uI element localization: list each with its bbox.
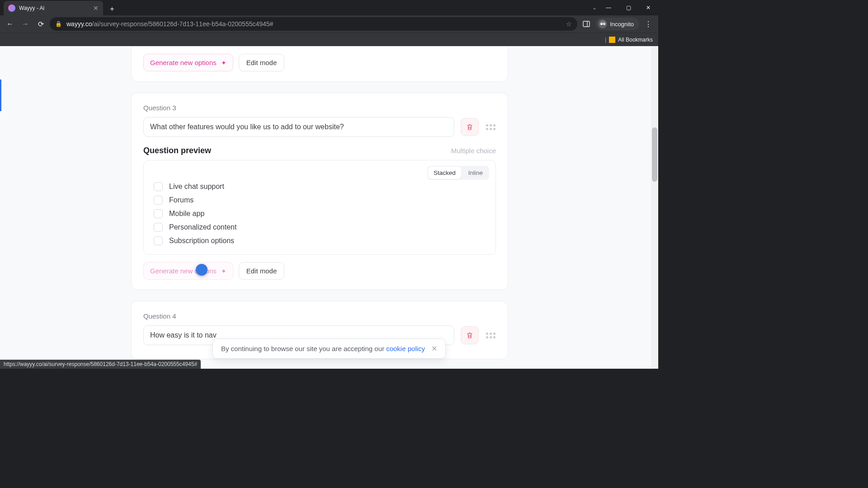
bookmark-star-icon[interactable]: ☆ (566, 20, 572, 28)
question-3-row (143, 117, 496, 137)
incognito-label: Incognito (610, 21, 634, 28)
sidebar-active-indicator (0, 80, 1, 111)
question-3-label: Question 3 (143, 104, 496, 112)
nav-reload-button[interactable]: ⟳ (34, 18, 47, 30)
svg-rect-0 (583, 21, 590, 27)
checkbox-icon[interactable] (154, 182, 163, 191)
sparkle-icon: ✦ (221, 267, 226, 275)
options-list: Live chat support Forums Mobile app Pers… (154, 182, 486, 245)
incognito-icon: 🕶 (598, 19, 607, 28)
layout-inline-tab[interactable]: Inline (463, 167, 488, 179)
option-label: Mobile app (169, 210, 204, 218)
question-3-actions: Generate new options ✦ Edit mode (143, 262, 496, 280)
checkbox-icon[interactable] (154, 223, 163, 232)
browser-tab[interactable]: Wayyy - Ai ✕ (4, 1, 103, 15)
edit-mode-label: Edit mode (246, 267, 277, 275)
preview-box: Stacked Inline Live chat support Forums … (143, 160, 496, 255)
checkbox-icon[interactable] (154, 236, 163, 245)
window-controls: ⌄ — ▢ ✕ (592, 0, 658, 15)
layout-toggle: Stacked Inline (427, 166, 489, 180)
bookmarks-folder-icon (609, 37, 615, 43)
delete-question-3-button[interactable] (461, 118, 479, 136)
scrollbar-thumb[interactable] (652, 127, 657, 182)
layout-stacked-tab[interactable]: Stacked (428, 167, 461, 179)
page-viewport: Generate new options ✦ Edit mode Questio… (0, 46, 658, 369)
browser-tab-strip: Wayyy - Ai ✕ + ⌄ — ▢ ✕ (0, 0, 658, 15)
edit-mode-button[interactable]: Edit mode (239, 262, 285, 280)
option-label: Forums (169, 196, 193, 204)
preview-type-label: Multiple choice (451, 147, 496, 155)
generate-options-label: Generate new options (150, 267, 217, 275)
cookie-banner: By continuing to browse our site you are… (212, 338, 446, 359)
edit-mode-label: Edit mode (246, 59, 277, 66)
option-item[interactable]: Mobile app (154, 209, 486, 218)
preview-header: Question preview Multiple choice (143, 146, 496, 155)
checkbox-icon[interactable] (154, 209, 163, 218)
scrollbar-track[interactable] (651, 46, 658, 369)
generate-options-button[interactable]: Generate new options ✦ (143, 262, 233, 280)
cookie-close-icon[interactable]: ✕ (431, 344, 437, 353)
trash-icon (466, 123, 474, 131)
question-4-label: Question 4 (143, 312, 496, 320)
option-label: Personalized content (169, 223, 236, 231)
question-3-card: Question 3 Question preview Multiple cho… (131, 93, 508, 290)
edit-mode-button[interactable]: Edit mode (239, 54, 285, 71)
option-item[interactable]: Live chat support (154, 182, 486, 191)
url-text: wayyy.co/ai/survey-response/5860126d-7d1… (66, 20, 561, 28)
lock-icon: 🔒 (55, 21, 62, 27)
generate-options-button[interactable]: Generate new options ✦ (143, 54, 233, 71)
new-tab-button[interactable]: + (106, 3, 118, 15)
window-maximize-button[interactable]: ▢ (618, 0, 638, 15)
tab-title: Wayyy - Ai (19, 5, 90, 11)
preview-title: Question preview (143, 146, 211, 155)
status-bar-link: https://wayyy.co/ai/survey-response/5860… (0, 360, 201, 369)
option-item[interactable]: Forums (154, 196, 486, 205)
tab-close-icon[interactable]: ✕ (93, 5, 99, 12)
address-bar[interactable]: 🔒 wayyy.co/ai/survey-response/5860126d-7… (50, 17, 577, 31)
favicon-icon (8, 5, 15, 12)
delete-question-4-button[interactable] (461, 326, 479, 344)
tab-search-icon[interactable]: ⌄ (592, 5, 597, 11)
bookmarks-bar: | All Bookmarks (0, 33, 658, 46)
window-close-button[interactable]: ✕ (638, 0, 658, 15)
option-item[interactable]: Personalized content (154, 223, 486, 232)
all-bookmarks-link[interactable]: All Bookmarks (618, 37, 653, 43)
incognito-indicator[interactable]: 🕶 Incognito (595, 18, 639, 30)
question-2-card-tail: Generate new options ✦ Edit mode (131, 46, 508, 82)
cookie-policy-link[interactable]: cookie policy (386, 345, 425, 352)
window-minimize-button[interactable]: — (599, 0, 618, 15)
option-item[interactable]: Subscription options (154, 236, 486, 245)
checkbox-icon[interactable] (154, 196, 163, 205)
chrome-menu-button[interactable]: ⋮ (642, 20, 655, 28)
trash-icon (466, 331, 474, 339)
nav-forward-button[interactable]: → (19, 18, 32, 30)
side-panel-icon[interactable] (580, 18, 593, 30)
option-label: Subscription options (169, 237, 234, 245)
nav-back-button[interactable]: ← (4, 18, 16, 30)
generate-options-label: Generate new options (150, 59, 217, 66)
drag-handle-icon[interactable] (485, 124, 496, 130)
sparkle-icon: ✦ (221, 59, 226, 66)
option-label: Live chat support (169, 183, 224, 191)
question-3-input[interactable] (143, 117, 454, 137)
drag-handle-icon[interactable] (485, 333, 496, 338)
main-content: Generate new options ✦ Edit mode Questio… (131, 46, 508, 369)
browser-toolbar: ← → ⟳ 🔒 wayyy.co/ai/survey-response/5860… (0, 15, 658, 33)
cookie-text: By continuing to browse our site you are… (221, 345, 425, 352)
